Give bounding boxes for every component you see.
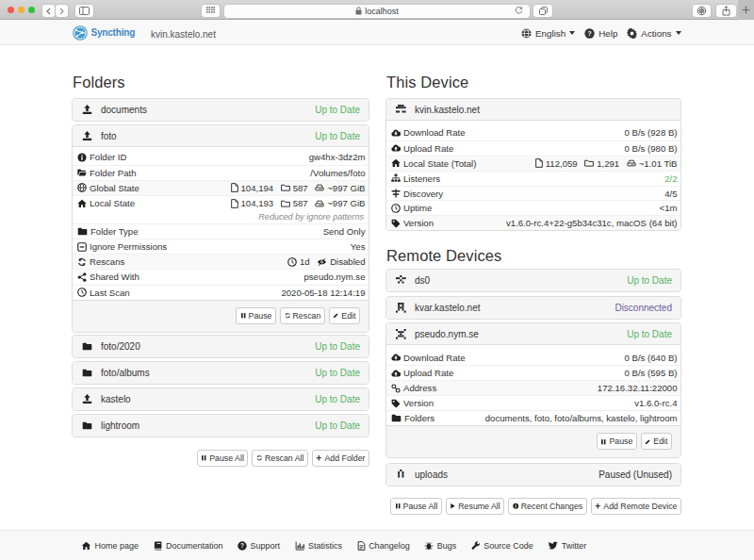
svg-text:?: ? (588, 29, 592, 36)
svg-text:?: ? (240, 542, 244, 549)
